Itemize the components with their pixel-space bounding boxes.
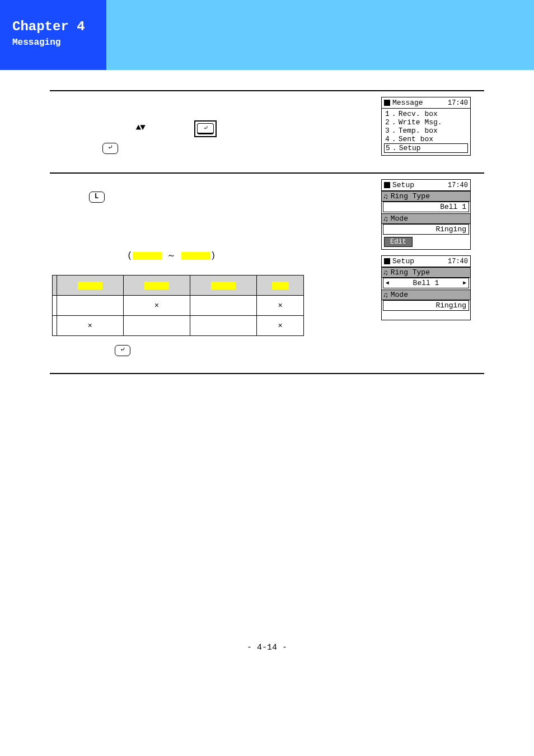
chapter-tab: Chapter 4 Messaging xyxy=(0,0,106,70)
field-header: ♫ Mode xyxy=(382,213,470,224)
field-header: ♫ Ring Type xyxy=(382,267,470,278)
note-icon: ♫ xyxy=(383,192,388,200)
title-icon xyxy=(384,182,390,188)
screen-setup-view: Setup 17:40 ♫ Ring Type Bell 1 ♫ Mode Ri… xyxy=(381,179,471,250)
screen-title: Message xyxy=(392,99,448,107)
step-1: ▲▼ ⤶ Message 17:40 1.Recv. box 2.Write M… xyxy=(50,90,484,172)
L-key-icon xyxy=(89,192,105,203)
blank-yellow-label xyxy=(133,252,162,260)
content-area: ▲▼ ⤶ Message 17:40 1.Recv. box 2.Write M… xyxy=(50,90,484,374)
screen-title: Setup xyxy=(392,181,448,189)
tilde-text: ～ xyxy=(167,251,176,261)
menu-item: 2.Write Msg. xyxy=(384,118,468,127)
blank-yellow-label xyxy=(181,252,210,260)
nav-arrows-icon: ▲▼ xyxy=(136,123,144,133)
table-header xyxy=(190,276,257,296)
field-value: Ringing xyxy=(383,300,469,311)
enter-key-icon xyxy=(102,143,118,154)
step-2: ( ～ ) × × xyxy=(50,172,484,374)
enter-key-border: ⤶ xyxy=(194,120,217,137)
screen-title: Setup xyxy=(392,257,448,265)
menu-item: 3.Temp. box xyxy=(384,127,468,135)
screen-time: 17:40 xyxy=(448,258,468,265)
screen-message-menu: Message 17:40 1.Recv. box 2.Write Msg. 3… xyxy=(381,97,471,156)
screen-setup-edit: Setup 17:40 ♫ Ring Type ◄ Bell 1 ► ♫ Mod… xyxy=(381,255,471,320)
field-header: ♫ Ring Type xyxy=(382,191,470,202)
field-value-spinner: ◄ Bell 1 ► xyxy=(383,278,469,288)
title-icon xyxy=(384,258,390,264)
field-value: Ringing xyxy=(383,224,469,235)
compat-table: × × × × xyxy=(52,275,304,336)
title-icon xyxy=(384,100,390,106)
enter-key-icon xyxy=(115,345,130,356)
menu-item-selected: 5.Setup xyxy=(384,143,468,153)
field-header: ♫ Mode xyxy=(382,290,470,300)
chapter-subtitle: Messaging xyxy=(12,38,94,48)
table-row: × × xyxy=(53,296,304,316)
table-header xyxy=(257,276,304,296)
table-header xyxy=(57,276,123,296)
chevron-left-icon: ◄ xyxy=(386,280,389,286)
note-mode-icon: ♫ xyxy=(383,291,388,299)
screen-time: 17:40 xyxy=(448,181,468,189)
edit-softkey: Edit xyxy=(384,237,413,247)
chapter-title: Chapter 4 xyxy=(12,19,94,34)
table-header xyxy=(123,276,190,296)
top-banner: Chapter 4 Messaging xyxy=(0,0,534,70)
menu-item: 1.Recv. box xyxy=(384,110,468,118)
table-row: × × xyxy=(53,316,304,336)
screen-time: 17:40 xyxy=(448,99,468,107)
field-value: Bell 1 xyxy=(383,202,469,212)
chevron-right-icon: ► xyxy=(463,280,466,286)
note-mode-icon: ♫ xyxy=(383,214,388,223)
page-number: - 4-14 - xyxy=(0,643,534,652)
enter-key-icon: ⤶ xyxy=(197,123,214,134)
menu-item: 4.Sent box xyxy=(384,135,468,143)
note-icon: ♫ xyxy=(383,268,388,277)
